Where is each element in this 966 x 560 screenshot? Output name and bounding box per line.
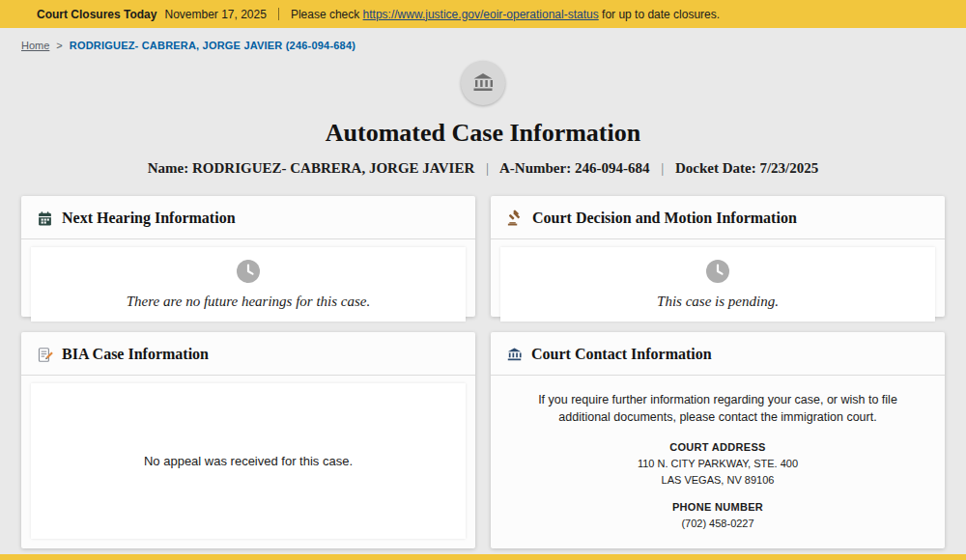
page-title: Automated Case Information: [0, 119, 966, 148]
cards-grid: Next Hearing Information There are no fu…: [0, 196, 966, 548]
bia-case-card: BIA Case Information No appeal was recei…: [21, 332, 475, 548]
next-hearing-card-title: Next Hearing Information: [62, 210, 236, 227]
courthouse-icon-circle: [461, 61, 505, 105]
clock-icon: [236, 259, 261, 284]
court-address-line1: 110 N. CITY PARKWAY, STE. 400: [638, 458, 798, 469]
next-hearing-panel: There are no future hearings for this ca…: [31, 247, 466, 322]
banner-title: Court Closures Today: [37, 8, 156, 21]
bia-case-panel: No appeal was received for this case.: [31, 383, 466, 539]
next-hearing-message: There are no future hearings for this ca…: [127, 294, 370, 310]
court-address-label: COURT ADDRESS: [669, 441, 765, 453]
next-hearing-card-body: There are no future hearings for this ca…: [21, 239, 475, 331]
phone-number-label: PHONE NUMBER: [672, 501, 763, 513]
name-value: RODRIGUEZ- CABRERA, JORGE JAVIER: [192, 160, 474, 176]
banner-divider: [278, 8, 279, 20]
anumber-label: A-Number:: [499, 160, 571, 176]
footer-gold-strip: [0, 554, 966, 560]
court-contact-card-body: If you require further information regar…: [491, 376, 945, 548]
bia-case-card-body: No appeal was received for this case.: [21, 376, 475, 548]
case-summary-line: Name: RODRIGUEZ- CABRERA, JORGE JAVIER |…: [0, 160, 966, 177]
banner-message: Please check https://www.justice.gov/eoi…: [291, 8, 720, 21]
court-contact-card-header: Court Contact Information: [491, 332, 945, 376]
summary-pipe-1: |: [478, 160, 497, 176]
court-decision-card-body: This case is pending.: [491, 239, 945, 331]
court-decision-panel: This case is pending.: [500, 247, 935, 322]
breadcrumb-separator: >: [56, 40, 62, 51]
name-label: Name:: [148, 160, 188, 176]
memo-icon: [37, 347, 53, 363]
next-hearing-card-header: Next Hearing Information: [21, 196, 475, 239]
court-closures-banner: Court Closures Today November 17, 2025 P…: [0, 0, 966, 28]
court-decision-card-title: Court Decision and Motion Information: [532, 210, 797, 227]
banner-date: November 17, 2025: [164, 8, 266, 21]
court-decision-card: Court Decision and Motion Information Th…: [491, 196, 945, 317]
operational-status-link[interactable]: https://www.justice.gov/eoir-operational…: [363, 8, 599, 21]
gavel-icon: [506, 210, 524, 227]
bia-case-message: No appeal was received for this case.: [144, 454, 353, 468]
hero-section: Automated Case Information Name: RODRIGU…: [0, 61, 966, 177]
calendar-icon: [37, 210, 53, 227]
bia-case-card-title: BIA Case Information: [62, 346, 209, 363]
court-contact-card: Court Contact Information If you require…: [491, 332, 945, 548]
banner-message-prefix: Please check: [291, 8, 363, 21]
breadcrumb-current: RODRIGUEZ- CABRERA, JORGE JAVIER (246-09…: [70, 40, 355, 51]
court-contact-card-title: Court Contact Information: [531, 346, 712, 363]
anumber-value: 246-094-684: [575, 160, 650, 176]
court-decision-message: This case is pending.: [657, 294, 779, 310]
summary-pipe-2: |: [653, 160, 671, 176]
next-hearing-card: Next Hearing Information There are no fu…: [21, 196, 475, 317]
banner-message-suffix: for up to date closures.: [599, 8, 720, 21]
phone-number-value: (702) 458-0227: [681, 518, 753, 529]
breadcrumb: Home > RODRIGUEZ- CABRERA, JORGE JAVIER …: [0, 28, 966, 51]
court-address-line2: LAS VEGAS, NV 89106: [662, 474, 775, 486]
docket-value: 7/23/2025: [759, 160, 818, 176]
bank-icon: [506, 347, 523, 363]
clock-icon: [705, 259, 730, 284]
docket-label: Docket Date:: [675, 160, 756, 176]
court-decision-card-header: Court Decision and Motion Information: [491, 196, 945, 239]
courthouse-icon: [471, 71, 495, 95]
breadcrumb-home-link[interactable]: Home: [21, 40, 49, 51]
bia-case-card-header: BIA Case Information: [21, 332, 475, 376]
contact-intro-text: If you require further information regar…: [520, 391, 916, 426]
